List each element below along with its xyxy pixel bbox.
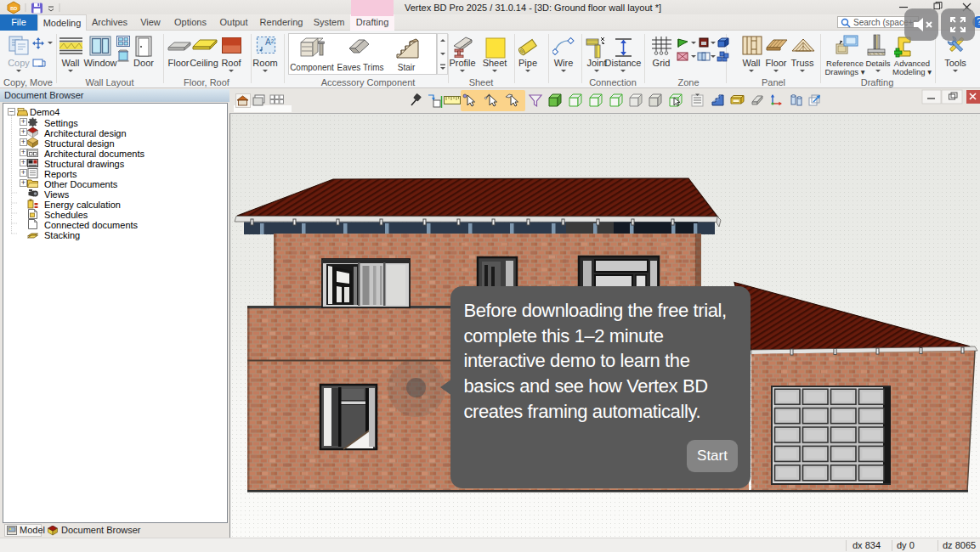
svg-text:A²: A² bbox=[265, 37, 275, 47]
svg-text:BD: BD bbox=[10, 6, 17, 11]
